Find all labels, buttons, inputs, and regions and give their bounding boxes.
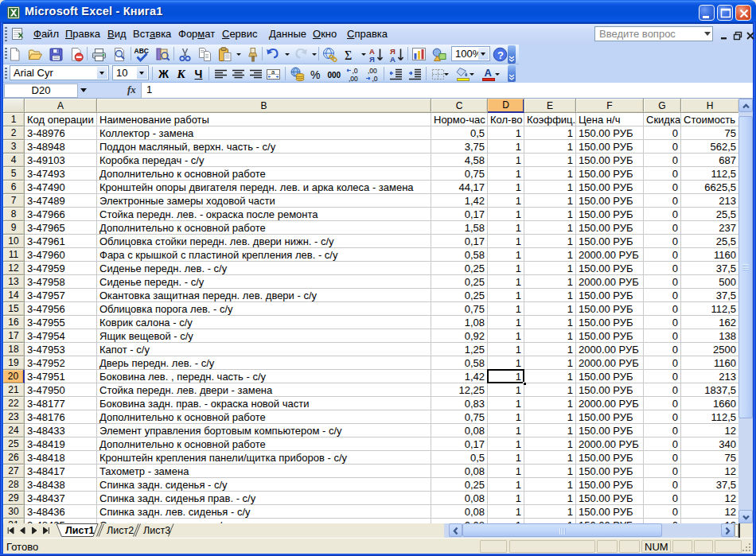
svg-text:,0: ,0: [353, 67, 358, 75]
svg-text:000: 000: [328, 70, 341, 79]
svg-text:Лист2: Лист2: [107, 525, 134, 536]
svg-text:?: ?: [497, 49, 504, 60]
svg-text:,00: ,00: [349, 74, 358, 82]
svg-text:А: А: [390, 54, 396, 63]
svg-text:,00: ,00: [368, 67, 377, 75]
svg-text:,0: ,0: [372, 74, 378, 82]
svg-text:Σ: Σ: [345, 48, 352, 61]
svg-text:Я: Я: [369, 54, 375, 63]
svg-text:ABC: ABC: [134, 46, 149, 54]
svg-text:Лист1: Лист1: [65, 525, 95, 536]
svg-text:Лист3: Лист3: [143, 525, 170, 536]
svg-text:%: %: [310, 68, 320, 80]
svg-text:А: А: [485, 67, 493, 79]
